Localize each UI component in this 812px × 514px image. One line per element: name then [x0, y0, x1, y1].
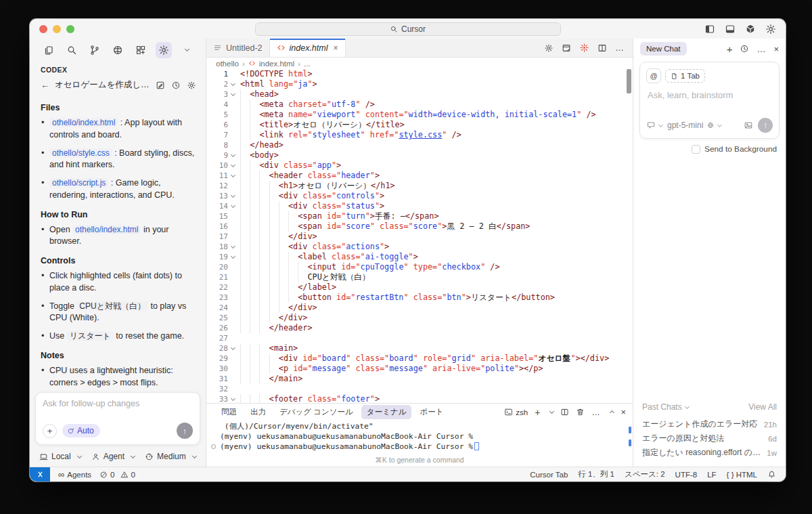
status-item[interactable]: Cursor Tab	[530, 471, 568, 479]
code-line[interactable]: 15<span id="turn">手番: —</span>	[206, 211, 633, 221]
chevron-down-icon[interactable]	[179, 42, 195, 58]
mention-context-button[interactable]: @	[646, 68, 661, 83]
model-selector[interactable]: gpt-5-mini	[667, 121, 703, 130]
chat-mode-icon[interactable]	[646, 121, 656, 130]
code-line[interactable]: 11<header class="header">	[206, 171, 633, 181]
breadcrumb-symbol[interactable]: ...	[304, 60, 311, 68]
fold-chevron-icon[interactable]	[228, 160, 238, 171]
copy-icon[interactable]	[41, 42, 57, 58]
code-line[interactable]: 6<title>オセロ（リバーシ）</title>	[206, 120, 633, 130]
code-line[interactable]: 4<meta charset="utf-8" />	[206, 100, 633, 110]
model-settings-icon[interactable]	[706, 121, 715, 129]
code-line[interactable]: 25</div>	[206, 313, 633, 323]
code-line[interactable]: 22</label>	[206, 282, 633, 293]
status-item[interactable]: LF	[707, 471, 716, 479]
problems-status-item[interactable]: 0 0	[99, 471, 135, 479]
past-chat-item[interactable]: 指定したい reasoning.effort の設定1w	[642, 446, 777, 460]
split-terminal-icon[interactable]	[560, 408, 569, 416]
terminal-dropdown-icon[interactable]	[549, 408, 554, 413]
code-line[interactable]: 21CPUと対戦（白）	[206, 272, 633, 282]
breadcrumb-folder[interactable]: othello	[216, 60, 239, 68]
send-followup-button[interactable]: ↑	[177, 423, 193, 439]
code-line[interactable]: 9<body>	[206, 150, 633, 160]
add-chat-icon[interactable]: +	[727, 43, 733, 55]
extensions-icon[interactable]	[133, 42, 149, 58]
code-line[interactable]: 26</header>	[206, 323, 633, 333]
back-icon[interactable]: ←	[41, 80, 49, 90]
terminal-output[interactable]: (個人)/Cursor/myenv/bin/activate"(myenv) u…	[206, 421, 633, 456]
more-actions-icon[interactable]: …	[591, 408, 600, 417]
cursor-burst-icon[interactable]	[579, 43, 589, 53]
code-line[interactable]: 10<div class="app">	[206, 160, 633, 171]
code-line[interactable]: 14<div class="status">	[206, 201, 633, 211]
tab-index-html[interactable]: index.html ×	[270, 39, 346, 57]
send-to-background-row[interactable]: Send to Background	[633, 139, 786, 154]
code-line[interactable]: 17</div>	[206, 232, 633, 242]
footer-selector-local[interactable]: Local	[39, 452, 81, 461]
auto-mode-pill[interactable]: Auto	[62, 424, 100, 437]
past-chat-item[interactable]: エージェント作成のエラー対応21h	[642, 417, 777, 431]
code-line[interactable]: 13<div class="controls">	[206, 191, 633, 201]
new-terminal-icon[interactable]: +	[535, 407, 540, 418]
search-icon[interactable]	[64, 42, 80, 58]
cube-icon[interactable]	[745, 24, 756, 35]
close-tab-icon[interactable]: ×	[333, 43, 338, 53]
fold-chevron-icon[interactable]	[228, 394, 238, 403]
past-chats-chevron-icon[interactable]	[685, 404, 690, 409]
chat-input-card[interactable]: @ 1 Tab Ask, learn, brainstorm gpt-5-min…	[639, 62, 780, 139]
zoom-window-button[interactable]	[66, 25, 74, 33]
code-line[interactable]: 27	[206, 333, 633, 343]
code-line[interactable]: 33<footer class="footer">	[206, 394, 633, 403]
code-line[interactable]: 30<p id="message" class="message" aria-l…	[206, 364, 633, 374]
fold-chevron-icon[interactable]	[228, 171, 238, 181]
fold-chevron-icon[interactable]	[228, 89, 238, 100]
code-line[interactable]: 1<!DOCTYPE html>	[206, 69, 633, 79]
codex-gear-icon[interactable]	[156, 42, 172, 58]
code-line[interactable]: 29<div id="board" class="board" role="gr…	[206, 354, 633, 364]
status-item[interactable]: スペース: 2	[625, 469, 665, 479]
code-line[interactable]: 18<div class="actions">	[206, 242, 633, 252]
followup-composer[interactable]: Ask for follow-up changes + Auto ↑	[35, 392, 200, 445]
panel-tab-ターミナル[interactable]: ターミナル	[361, 405, 412, 419]
code-line[interactable]: 32	[206, 384, 633, 394]
inline-code-chip[interactable]: othello/index.html	[49, 118, 118, 127]
fold-chevron-icon[interactable]	[228, 242, 238, 252]
code-line[interactable]: 31</main>	[206, 374, 633, 384]
send-chat-button[interactable]: ↑	[758, 118, 773, 133]
terminal-shell-selector[interactable]: zsh	[504, 408, 528, 416]
gear-icon[interactable]	[187, 81, 196, 90]
editor-scrollbar[interactable]	[626, 69, 632, 403]
code-line[interactable]: 3<head>	[206, 89, 633, 100]
tab-untitled-2[interactable]: Untitled-2	[206, 39, 270, 57]
agents-status-item[interactable]: ∞ Agents	[58, 469, 91, 479]
thread-title[interactable]: オセロゲームを作成してみてく...	[55, 79, 150, 91]
remote-indicator-button[interactable]	[30, 467, 50, 481]
attach-plus-button[interactable]: +	[43, 424, 57, 438]
chat-history-icon[interactable]	[740, 44, 749, 53]
panel-tab-ポート[interactable]: ポート	[414, 405, 449, 419]
code-line[interactable]: 16<span id="score" class="score">黒 2 — 2…	[206, 221, 633, 232]
close-panel-icon[interactable]: ×	[621, 407, 626, 417]
more-actions-icon[interactable]: …	[757, 44, 766, 54]
code-line[interactable]: 19<label class="ai-toggle">	[206, 252, 633, 262]
past-chat-item[interactable]: エラーの原因と対処法6d	[642, 431, 777, 446]
split-editor-icon[interactable]	[597, 43, 607, 53]
command-search-bar[interactable]: Cursor	[255, 22, 561, 36]
settings-gear-icon[interactable]	[765, 24, 776, 35]
close-panel-icon[interactable]: ×	[773, 44, 779, 54]
minimize-window-button[interactable]	[53, 25, 61, 33]
close-window-button[interactable]	[39, 25, 47, 33]
fold-chevron-icon[interactable]	[228, 252, 238, 262]
trash-icon[interactable]	[576, 408, 585, 416]
inline-code-chip[interactable]: othello/style.css	[49, 148, 112, 158]
fold-chevron-icon[interactable]	[228, 201, 238, 211]
new-chat-tab[interactable]: New Chat	[640, 42, 687, 56]
code-line[interactable]: 7<link rel="stylesheet" href="style.css"…	[206, 130, 633, 140]
inline-code-chip[interactable]: othello/index.html	[72, 225, 141, 234]
edit-icon[interactable]	[156, 81, 165, 90]
inline-code-chip[interactable]: othello/script.js	[49, 178, 108, 188]
footer-selector-medium[interactable]: Medium	[145, 452, 196, 461]
breadcrumb[interactable]: othello › index.html › ...	[206, 58, 633, 69]
code-line[interactable]: 23<button id="restartBtn" class="btn">リス…	[206, 293, 633, 303]
code-line[interactable]: 24</div>	[206, 303, 633, 313]
